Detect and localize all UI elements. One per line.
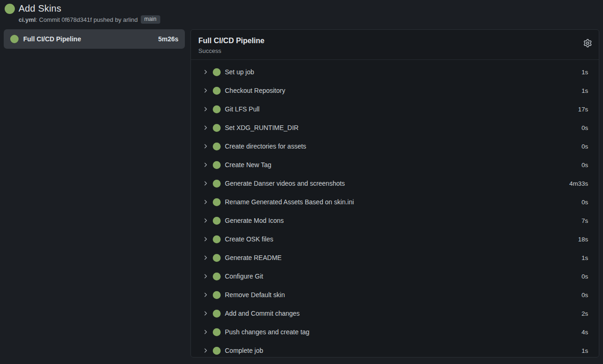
success-icon <box>213 105 221 113</box>
success-icon <box>213 291 221 299</box>
commit-text: : Commit 0f678d341f pushed by arlind <box>36 16 138 23</box>
step-row[interactable]: Set up job 1s <box>191 63 599 81</box>
success-icon <box>213 124 221 132</box>
step-row[interactable]: Checkout Repository 1s <box>191 81 599 100</box>
jobs-sidebar: Full CI/CD Pipeline 5m26s <box>4 29 185 358</box>
step-name: Configure Git <box>225 273 263 280</box>
chevron-right-icon <box>202 87 209 94</box>
chevron-right-icon <box>202 69 209 75</box>
step-row[interactable]: Remove Default skin 0s <box>191 286 599 304</box>
step-duration: 0s <box>582 199 588 206</box>
run-header: Add Skins ci.yml: Commit 0f678d341f push… <box>0 0 603 26</box>
run-title: Add Skins <box>19 3 61 14</box>
success-icon <box>213 68 221 76</box>
workflow-file-link[interactable]: ci.yml <box>19 16 36 23</box>
step-row[interactable]: Configure Git 0s <box>191 267 599 286</box>
success-icon <box>213 254 221 262</box>
step-duration: 0s <box>582 143 588 150</box>
chevron-right-icon <box>202 292 209 298</box>
step-name: Create New Tag <box>225 161 271 169</box>
success-icon <box>213 161 221 169</box>
step-name: Generate Danser videos and screenshots <box>225 180 345 187</box>
step-name: Create OSK files <box>225 235 273 243</box>
success-icon <box>213 143 221 150</box>
steps-list: Set up job 1s Checkout Repository 1s G <box>191 60 599 357</box>
chevron-right-icon <box>202 106 209 112</box>
step-duration: 17s <box>578 106 588 113</box>
step-name: Push changes and create tag <box>225 328 309 336</box>
success-icon <box>213 235 221 243</box>
sidebar-job-item[interactable]: Full CI/CD Pipeline 5m26s <box>4 29 185 49</box>
success-icon <box>213 198 221 206</box>
success-icon <box>213 87 221 95</box>
step-name: Remove Default skin <box>225 291 285 299</box>
commit-summary: ci.yml: Commit 0f678d341f pushed by arli… <box>19 15 598 24</box>
job-panel-header: Full CI/CD Pipeline Success <box>191 30 599 60</box>
success-icon <box>213 347 221 355</box>
chevron-right-icon <box>202 273 209 280</box>
step-duration: 1s <box>582 254 588 261</box>
step-duration: 1s <box>582 69 588 76</box>
chevron-right-icon <box>202 199 209 205</box>
chevron-right-icon <box>202 180 209 187</box>
step-duration: 4m33s <box>569 180 588 187</box>
step-row[interactable]: Add and Commit changes 2s <box>191 304 599 323</box>
chevron-right-icon <box>202 329 209 335</box>
step-row[interactable]: Generate Mod Icons 7s <box>191 211 599 230</box>
step-duration: 0s <box>582 292 588 299</box>
chevron-right-icon <box>202 162 209 168</box>
job-settings-button[interactable] <box>583 39 592 47</box>
job-panel-title: Full CI/CD Pipeline <box>198 36 591 46</box>
step-row[interactable]: Create New Tag 0s <box>191 156 599 174</box>
step-name: Add and Commit changes <box>225 310 300 317</box>
step-duration: 0s <box>582 124 588 131</box>
step-row[interactable]: Push changes and create tag 4s <box>191 323 599 341</box>
actions-run-page: Add Skins ci.yml: Commit 0f678d341f push… <box>0 0 603 364</box>
success-icon <box>5 4 15 14</box>
job-name: Full CI/CD Pipeline <box>23 35 81 43</box>
success-icon <box>10 35 19 43</box>
chevron-right-icon <box>202 254 209 261</box>
step-duration: 0s <box>582 162 588 169</box>
branch-badge[interactable]: main <box>141 15 160 24</box>
step-row[interactable]: Git LFS Pull 17s <box>191 100 599 118</box>
success-icon <box>213 217 221 225</box>
step-row[interactable]: Create OSK files 18s <box>191 230 599 248</box>
step-duration: 0s <box>582 273 588 280</box>
step-duration: 1s <box>582 347 588 354</box>
step-row[interactable]: Set XDG_RUNTIME_DIR 0s <box>191 118 599 137</box>
step-name: Checkout Repository <box>225 87 285 94</box>
chevron-right-icon <box>202 217 209 224</box>
step-row[interactable]: Generate README 1s <box>191 248 599 267</box>
chevron-right-icon <box>202 310 209 317</box>
step-row[interactable]: Generate Danser videos and screenshots 4… <box>191 174 599 193</box>
step-row[interactable]: Create directories for assets 0s <box>191 137 599 156</box>
step-name: Rename Generated Assets Based on skin.in… <box>225 198 354 206</box>
step-duration: 1s <box>582 87 588 94</box>
step-row[interactable]: Rename Generated Assets Based on skin.in… <box>191 193 599 211</box>
chevron-right-icon <box>202 347 209 354</box>
job-detail-panel: Full CI/CD Pipeline Success <box>190 29 599 358</box>
step-duration: 18s <box>578 236 588 243</box>
chevron-right-icon <box>202 143 209 150</box>
step-name: Create directories for assets <box>225 143 306 150</box>
job-duration: 5m26s <box>158 35 178 43</box>
chevron-right-icon <box>202 236 209 242</box>
chevron-right-icon <box>202 124 209 131</box>
gear-icon <box>583 42 592 49</box>
success-icon <box>213 180 221 188</box>
step-name: Git LFS Pull <box>225 105 260 113</box>
step-name: Set up job <box>225 68 254 76</box>
success-icon <box>213 328 221 336</box>
step-duration: 7s <box>582 217 588 224</box>
run-content: Full CI/CD Pipeline 5m26s Full CI/CD Pip… <box>0 26 603 364</box>
step-row[interactable]: Complete job 1s <box>191 341 599 357</box>
step-duration: 4s <box>582 329 588 336</box>
job-status-text: Success <box>198 47 591 54</box>
step-name: Set XDG_RUNTIME_DIR <box>225 124 299 131</box>
step-name: Generate README <box>225 254 282 261</box>
step-name: Complete job <box>225 347 263 354</box>
success-icon <box>213 273 221 280</box>
step-duration: 2s <box>582 310 588 317</box>
step-name: Generate Mod Icons <box>225 217 284 224</box>
